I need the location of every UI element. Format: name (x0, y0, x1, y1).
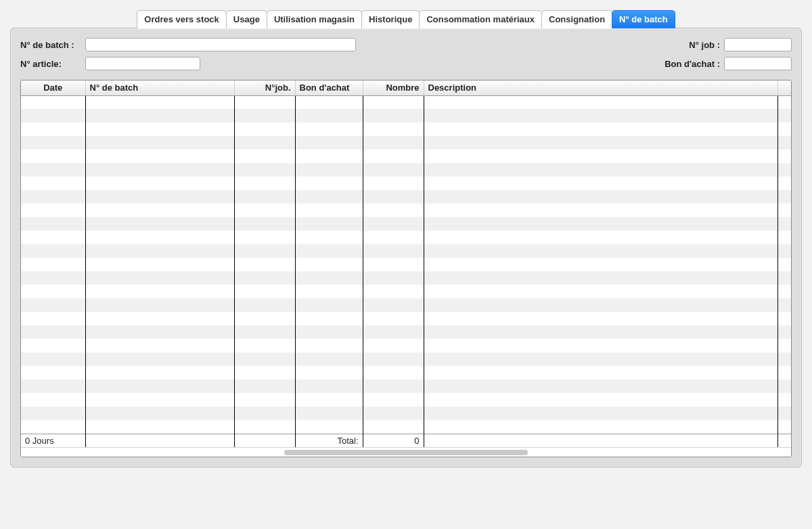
col-header-description[interactable]: Description (424, 80, 777, 95)
table-row[interactable] (21, 407, 791, 420)
table-row[interactable] (21, 271, 791, 285)
footer-job (234, 434, 295, 447)
table-row[interactable] (21, 217, 791, 231)
table-row[interactable] (21, 231, 791, 244)
table-row[interactable] (21, 204, 791, 217)
col-header-job[interactable]: N°job. (234, 80, 295, 95)
filter-area: N° de batch : N° article: N° job : Bon d… (20, 38, 792, 70)
results-table: Date N° de batch N°job. Bon d'achat Nomb… (21, 80, 791, 447)
table-row[interactable] (21, 190, 791, 204)
table-footer-row: 0 Jours Total: 0 (21, 434, 791, 447)
table-row[interactable] (21, 420, 791, 434)
horizontal-scrollbar[interactable] (21, 447, 791, 457)
table-row[interactable] (21, 352, 791, 366)
batch-filter-label: N° de batch : (20, 40, 81, 50)
table-row[interactable] (21, 136, 791, 150)
col-header-bon[interactable]: Bon d'achat (295, 80, 363, 95)
table-row[interactable] (21, 339, 791, 352)
results-table-container: Date N° de batch N°job. Bon d'achat Nomb… (20, 80, 792, 457)
tab-ordres-vers-stock[interactable]: Ordres vers stock (137, 10, 227, 28)
table-row[interactable] (21, 95, 791, 109)
footer-desc (424, 434, 777, 447)
job-filter-input[interactable] (724, 38, 792, 51)
scrollbar-thumb[interactable] (284, 450, 528, 455)
tab-usage[interactable]: Usage (226, 10, 267, 28)
table-row[interactable] (21, 177, 791, 190)
table-row[interactable] (21, 163, 791, 177)
table-row[interactable] (21, 109, 791, 122)
table-row[interactable] (21, 380, 791, 393)
tab-utilisation-magasin[interactable]: Utilisation magasin (267, 10, 362, 28)
table-row[interactable] (21, 258, 791, 271)
tab-historique[interactable]: Historique (361, 10, 420, 28)
footer-batch (85, 434, 234, 447)
batch-panel: N° de batch : N° article: N° job : Bon d… (10, 28, 802, 467)
table-row[interactable] (21, 325, 791, 339)
table-row[interactable] (21, 393, 791, 407)
table-row[interactable] (21, 285, 791, 298)
bon-filter-label: Bon d'achat : (664, 59, 720, 69)
bon-filter-input[interactable] (724, 57, 792, 70)
table-row[interactable] (21, 312, 791, 325)
col-header-spacer (777, 80, 791, 95)
footer-total-value: 0 (363, 434, 424, 447)
footer-days: 0 Jours (21, 434, 85, 447)
footer-total-label: Total: (295, 434, 363, 447)
col-header-date[interactable]: Date (21, 80, 85, 95)
table-row[interactable] (21, 366, 791, 380)
table-row[interactable] (21, 122, 791, 136)
col-header-nombre[interactable]: Nombre (363, 80, 424, 95)
footer-spacer (777, 434, 791, 447)
job-filter-label: N° job : (689, 40, 720, 50)
tab-consignation[interactable]: Consignation (541, 10, 612, 28)
table-row[interactable] (21, 150, 791, 163)
table-row[interactable] (21, 298, 791, 312)
article-filter-input[interactable] (85, 57, 200, 70)
table-row[interactable] (21, 244, 791, 258)
article-filter-label: N° article: (20, 59, 81, 69)
tab-consommation-mat-riaux[interactable]: Consommation matériaux (419, 10, 542, 28)
col-header-batch[interactable]: N° de batch (85, 80, 234, 95)
tab-bar: Ordres vers stockUsageUtilisation magasi… (10, 10, 802, 28)
batch-filter-input[interactable] (85, 38, 356, 51)
tab-n-de-batch[interactable]: N° de batch (612, 10, 675, 28)
